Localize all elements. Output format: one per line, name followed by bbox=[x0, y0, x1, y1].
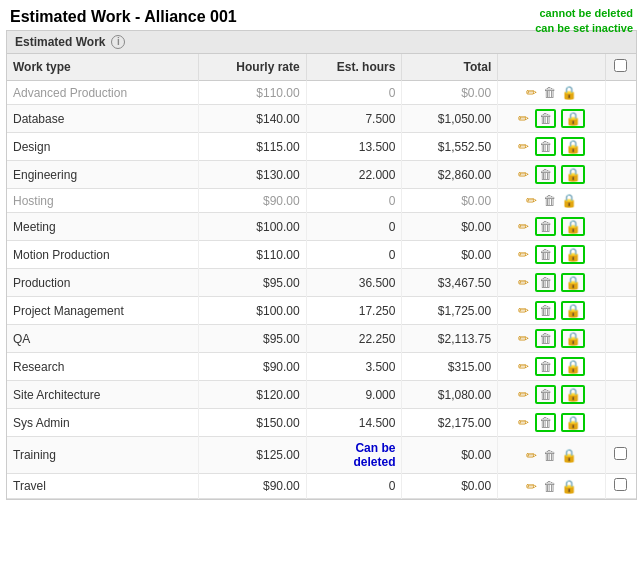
lock-icon[interactable]: 🔒 bbox=[561, 137, 585, 156]
lock-icon[interactable]: 🔒 bbox=[561, 193, 577, 208]
delete-icon-disabled[interactable]: 🗑 bbox=[535, 245, 556, 264]
edit-icon[interactable]: ✏ bbox=[518, 167, 529, 182]
delete-icon-disabled[interactable]: 🗑 bbox=[535, 137, 556, 156]
lock-icon[interactable]: 🔒 bbox=[561, 245, 585, 264]
table-row: Hosting$90.000$0.00✏ 🗑 🔒 bbox=[7, 189, 636, 213]
cell-actions: ✏ 🗑 🔒 bbox=[498, 297, 606, 325]
edit-icon[interactable]: ✏ bbox=[518, 275, 529, 290]
lock-icon[interactable]: 🔒 bbox=[561, 165, 585, 184]
cell-est-hours: 22.250 bbox=[306, 325, 402, 353]
delete-icon-disabled[interactable]: 🗑 bbox=[543, 85, 556, 100]
row-checkbox[interactable] bbox=[614, 447, 627, 460]
delete-icon-disabled[interactable]: 🗑 bbox=[535, 329, 556, 348]
page-wrapper: Estimated Work - Alliance 001 cannot be … bbox=[0, 0, 643, 569]
cell-worktype: Production bbox=[7, 269, 199, 297]
cell-est-hours: 0 bbox=[306, 189, 402, 213]
lock-icon[interactable]: 🔒 bbox=[561, 85, 577, 100]
lock-icon[interactable]: 🔒 bbox=[561, 329, 585, 348]
edit-icon[interactable]: ✏ bbox=[518, 359, 529, 374]
edit-icon[interactable]: ✏ bbox=[518, 247, 529, 262]
edit-icon[interactable]: ✏ bbox=[526, 448, 537, 463]
cell-total: $2,175.00 bbox=[402, 409, 498, 437]
cell-est-hours: 36.500 bbox=[306, 269, 402, 297]
edit-icon[interactable]: ✏ bbox=[526, 193, 537, 208]
cell-actions: ✏ 🗑 🔒 bbox=[498, 161, 606, 189]
cell-est-hours: 0 bbox=[306, 213, 402, 241]
cell-hourly-rate: $90.00 bbox=[199, 353, 307, 381]
cell-checkbox bbox=[605, 409, 636, 437]
edit-icon[interactable]: ✏ bbox=[518, 303, 529, 318]
can-be-deleted-label: Can be deleted bbox=[353, 441, 395, 469]
cell-checkbox bbox=[605, 325, 636, 353]
lock-icon[interactable]: 🔒 bbox=[561, 479, 577, 494]
edit-icon[interactable]: ✏ bbox=[518, 387, 529, 402]
delete-icon-disabled[interactable]: 🗑 bbox=[535, 357, 556, 376]
lock-icon[interactable]: 🔒 bbox=[561, 385, 585, 404]
edit-icon[interactable]: ✏ bbox=[526, 479, 537, 494]
cell-checkbox bbox=[605, 161, 636, 189]
info-icon[interactable]: i bbox=[111, 35, 125, 49]
edit-icon[interactable]: ✏ bbox=[526, 85, 537, 100]
delete-icon[interactable]: 🗑 bbox=[543, 448, 556, 463]
cell-hourly-rate: $90.00 bbox=[199, 474, 307, 499]
col-header-esthours: Est. hours bbox=[306, 54, 402, 81]
cell-worktype: Travel bbox=[7, 474, 199, 499]
edit-icon[interactable]: ✏ bbox=[518, 139, 529, 154]
cell-total: $0.00 bbox=[402, 189, 498, 213]
lock-icon[interactable]: 🔒 bbox=[561, 448, 577, 463]
select-all-checkbox[interactable] bbox=[614, 59, 627, 72]
lock-icon[interactable]: 🔒 bbox=[561, 413, 585, 432]
col-header-actions bbox=[498, 54, 606, 81]
cell-est-hours: 0 bbox=[306, 474, 402, 499]
table-row: Motion Production$110.000$0.00✏ 🗑 🔒 bbox=[7, 241, 636, 269]
cell-actions: ✏ 🗑 🔒 bbox=[498, 133, 606, 161]
cell-total: $3,467.50 bbox=[402, 269, 498, 297]
delete-icon-disabled[interactable]: 🗑 bbox=[535, 413, 556, 432]
delete-icon-disabled[interactable]: 🗑 bbox=[543, 193, 556, 208]
section-label: Estimated Work bbox=[15, 35, 105, 49]
delete-icon-disabled[interactable]: 🗑 bbox=[535, 217, 556, 236]
lock-icon[interactable]: 🔒 bbox=[561, 301, 585, 320]
cell-checkbox bbox=[605, 297, 636, 325]
cell-checkbox bbox=[605, 105, 636, 133]
lock-icon[interactable]: 🔒 bbox=[561, 273, 585, 292]
table-row: Training$125.00Can be deleted$0.00✏ 🗑 🔒 bbox=[7, 437, 636, 474]
work-table: Work type Hourly rate Est. hours Total A… bbox=[7, 54, 636, 499]
cell-est-hours: Can be deleted bbox=[306, 437, 402, 474]
cell-est-hours: 13.500 bbox=[306, 133, 402, 161]
cell-hourly-rate: $95.00 bbox=[199, 269, 307, 297]
cell-worktype: Motion Production bbox=[7, 241, 199, 269]
lock-icon[interactable]: 🔒 bbox=[561, 357, 585, 376]
edit-icon[interactable]: ✏ bbox=[518, 219, 529, 234]
row-checkbox[interactable] bbox=[614, 478, 627, 491]
delete-icon-disabled[interactable]: 🗑 bbox=[535, 301, 556, 320]
cell-worktype: Project Management bbox=[7, 297, 199, 325]
delete-icon-disabled[interactable]: 🗑 bbox=[535, 273, 556, 292]
edit-icon[interactable]: ✏ bbox=[518, 111, 529, 126]
delete-icon-disabled[interactable]: 🗑 bbox=[535, 109, 556, 128]
cell-worktype: Site Architecture bbox=[7, 381, 199, 409]
cell-worktype: Engineering bbox=[7, 161, 199, 189]
cell-total: $2,113.75 bbox=[402, 325, 498, 353]
cell-actions: ✏ 🗑 🔒 bbox=[498, 241, 606, 269]
delete-icon[interactable]: 🗑 bbox=[543, 479, 556, 494]
cell-worktype: Training bbox=[7, 437, 199, 474]
table-row: QA$95.0022.250$2,113.75✏ 🗑 🔒 bbox=[7, 325, 636, 353]
edit-icon[interactable]: ✏ bbox=[518, 415, 529, 430]
cell-actions: ✏ 🗑 🔒 bbox=[498, 474, 606, 499]
edit-icon[interactable]: ✏ bbox=[518, 331, 529, 346]
delete-icon-disabled[interactable]: 🗑 bbox=[535, 165, 556, 184]
cell-total: $0.00 bbox=[402, 241, 498, 269]
delete-icon-disabled[interactable]: 🗑 bbox=[535, 385, 556, 404]
lock-icon[interactable]: 🔒 bbox=[561, 109, 585, 128]
table-row: Research$90.003.500$315.00✏ 🗑 🔒 bbox=[7, 353, 636, 381]
cell-hourly-rate: $100.00 bbox=[199, 297, 307, 325]
cell-total: $315.00 bbox=[402, 353, 498, 381]
lock-icon[interactable]: 🔒 bbox=[561, 217, 585, 236]
cell-hourly-rate: $110.00 bbox=[199, 241, 307, 269]
table-row: Travel$90.000$0.00✏ 🗑 🔒 bbox=[7, 474, 636, 499]
cell-worktype: Research bbox=[7, 353, 199, 381]
cell-total: $0.00 bbox=[402, 474, 498, 499]
cell-checkbox bbox=[605, 133, 636, 161]
cell-hourly-rate: $100.00 bbox=[199, 213, 307, 241]
